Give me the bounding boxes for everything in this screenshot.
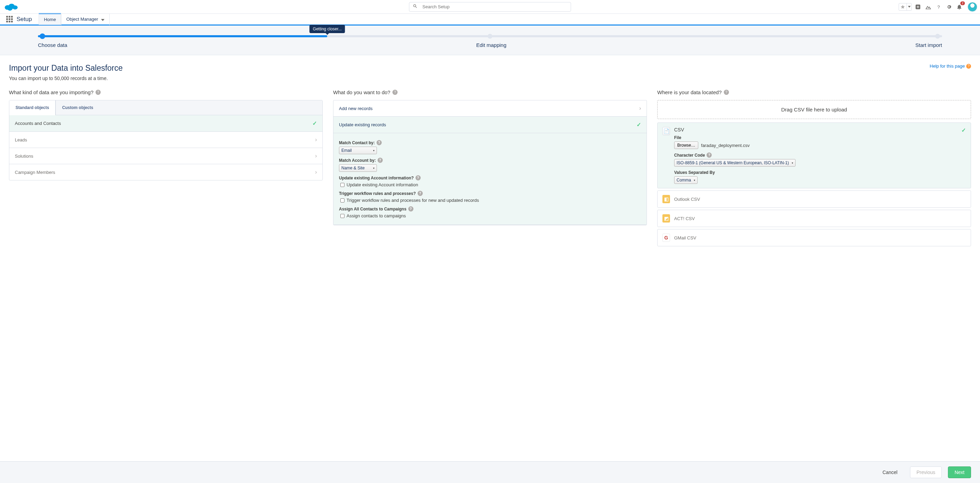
object-campaign-members[interactable]: Campaign Members › [9, 164, 322, 180]
tab-custom-objects[interactable]: Custom objects [56, 100, 99, 115]
gmail-icon: G [662, 234, 670, 242]
action-label: Add new records [339, 106, 373, 111]
app-name: Setup [17, 16, 32, 23]
chevron-right-icon: › [315, 153, 317, 159]
source-csv[interactable]: 📄 CSV File Browse… faraday_deployment.cs… [657, 123, 971, 188]
help-icon[interactable]: ? [378, 158, 383, 163]
source-act[interactable]: ◩ ACT! CSV [657, 210, 971, 227]
step-dot-2[interactable] [488, 34, 492, 39]
act-icon: ◩ [662, 214, 670, 223]
help-icon[interactable]: ? [415, 175, 421, 180]
filename: faraday_deployment.csv [701, 143, 750, 148]
chevron-down-icon: ▾ [373, 149, 374, 152]
match-account-select[interactable]: Name & Site▾ [339, 164, 377, 172]
step-label-2: Edit mapping [476, 42, 507, 48]
separator-select[interactable]: Comma▾ [674, 176, 698, 184]
select-value: Email [341, 148, 352, 153]
charcode-select[interactable]: ISO-8859-1 (General US & Western Europea… [674, 159, 795, 167]
help-icon[interactable]: ? [95, 90, 101, 95]
notification-bell-icon[interactable]: 2 [955, 3, 963, 11]
page-title: Import your Data into Salesforce [9, 64, 123, 73]
help-icon[interactable]: ? [377, 140, 382, 145]
match-contact-select[interactable]: Email▾ [339, 147, 377, 154]
update-options: Match Contact by:? Email▾ Match Account … [333, 133, 647, 225]
chevron-down-icon [907, 3, 912, 10]
step-dot-1[interactable] [40, 33, 45, 39]
match-contact-label: Match Contact by: [339, 140, 375, 145]
select-value: ISO-8859-1 (General US & Western Europea… [676, 160, 789, 165]
svg-text:?: ? [937, 4, 940, 9]
checkbox-label: Assign contacts to campaigns [347, 213, 406, 218]
update-acct-checkbox[interactable] [340, 183, 344, 187]
help-icon[interactable]: ? [408, 206, 414, 212]
help-icon[interactable]: ? [418, 191, 423, 196]
trigger-label: Trigger workflow rules and processes? [339, 191, 416, 196]
context-bar: Setup Home Object Manager [0, 14, 980, 26]
browse-button[interactable]: Browse… [674, 142, 698, 149]
tab-home[interactable]: Home [39, 13, 61, 25]
tab-standard-objects[interactable]: Standard objects [9, 100, 56, 115]
salesforce-logo [4, 2, 18, 12]
select-value: Name & Site [341, 166, 364, 171]
check-icon: ✓ [312, 120, 317, 127]
step-label-1: Choose data [38, 42, 67, 48]
select-value: Comma [676, 178, 691, 183]
object-leads[interactable]: Leads › [9, 132, 322, 148]
star-icon [899, 5, 907, 9]
file-label: File [674, 135, 681, 140]
checkbox-label: Trigger workflow rules and processes for… [347, 198, 479, 203]
main-content: Import your Data into Salesforce You can… [0, 55, 980, 276]
global-header: ? 2 [0, 0, 980, 14]
object-label: Leads [15, 137, 27, 142]
search-input[interactable] [422, 4, 567, 9]
chevron-down-icon [101, 16, 105, 22]
object-label: Accounts and Contacts [15, 121, 61, 126]
col-data-kind: What kind of data are you importing? ? S… [9, 89, 323, 249]
csv-drop-zone[interactable]: Drag CSV file here to upload [657, 100, 971, 119]
help-icon[interactable]: ? [706, 153, 712, 158]
action-add-new[interactable]: Add new records › [333, 100, 647, 116]
step-dot-3[interactable] [935, 34, 940, 39]
gear-icon[interactable] [945, 3, 953, 11]
col2-heading: What do you want to do? [333, 89, 390, 95]
col-action: What do you want to do? ? Add new record… [333, 89, 647, 249]
tab-object-manager[interactable]: Object Manager [61, 13, 110, 25]
chevron-right-icon: › [639, 105, 641, 112]
charcode-label: Character Code [674, 153, 705, 158]
object-solutions[interactable]: Solutions › [9, 148, 322, 164]
source-gmail[interactable]: G GMail CSV [657, 229, 971, 246]
header-actions: ? 2 [899, 2, 977, 12]
object-label: Campaign Members [15, 170, 55, 175]
check-icon: ✓ [961, 127, 966, 134]
chevron-down-icon: ▾ [792, 161, 793, 164]
svg-point-3 [7, 6, 13, 11]
update-acct-label: Update existing Account information? [339, 175, 414, 180]
object-label: Solutions [15, 153, 33, 159]
favorites-button[interactable] [899, 3, 912, 11]
action-update-existing[interactable]: Update existing records ✓ [333, 116, 647, 133]
help-icon: ? [966, 64, 971, 69]
help-link-label: Help for this page [930, 64, 965, 69]
trigger-checkbox[interactable] [340, 198, 344, 202]
help-icon[interactable]: ? [934, 3, 943, 11]
action-label: Update existing records [339, 122, 386, 127]
add-button[interactable] [914, 3, 922, 11]
chevron-right-icon: › [315, 137, 317, 143]
step-label-3: Start import [915, 42, 942, 48]
help-icon[interactable]: ? [724, 90, 729, 95]
match-account-label: Match Account by: [339, 158, 376, 163]
assign-checkbox[interactable] [340, 214, 344, 218]
search-icon [413, 4, 418, 10]
notification-badge: 2 [960, 2, 965, 5]
source-outlook[interactable]: ◧ Outlook CSV [657, 190, 971, 208]
tab-object-manager-label: Object Manager [66, 17, 98, 22]
sep-label: Values Separated By [674, 170, 715, 175]
user-avatar[interactable] [967, 2, 977, 12]
help-link[interactable]: Help for this page ? [930, 64, 971, 69]
app-launcher-icon[interactable] [6, 16, 13, 23]
object-accounts-contacts[interactable]: Accounts and Contacts ✓ [9, 115, 322, 132]
trailhead-icon[interactable] [924, 3, 932, 11]
progress-tooltip: Getting closer... [309, 25, 345, 33]
col1-heading: What kind of data are you importing? [9, 89, 94, 95]
help-icon[interactable]: ? [392, 90, 398, 95]
